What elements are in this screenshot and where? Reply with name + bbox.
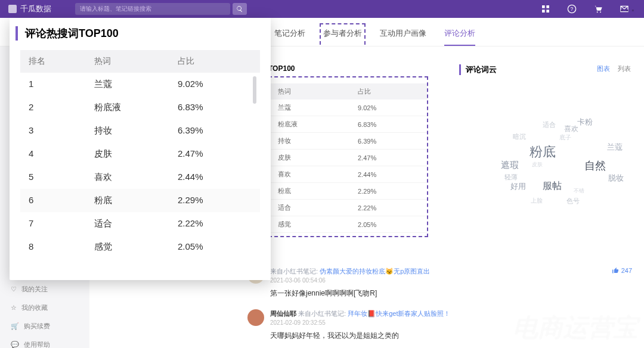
hotword-popup: 评论热搜词TOP100 排名 热词 占比 1兰蔻9.02% 2粉底液6.83% … [10,18,271,280]
wc-word: 适合 [543,120,556,129]
star-icon: ☆ [11,304,17,312]
th-pct: 占比 [178,56,252,67]
help-icon[interactable]: ? [566,4,577,14]
mini-th-word: 热词 [270,83,349,100]
table-row: 5喜欢2.44% [20,166,260,189]
topbar-actions: ? [540,4,630,14]
svg-point-6 [597,11,598,13]
sidebar-item-fav[interactable]: ☆我的收藏 [0,299,83,317]
comment-meta: 来自小红书笔记: 伪素颜大爱的持妆粉底😼无p原图直出 [270,267,430,276]
search-icon [236,5,243,13]
table-row: 粉底2.29% [270,183,427,200]
table-row: 喜欢2.44% [270,166,427,183]
hotword-table: 排名 热词 占比 1兰蔻9.02% 2粉底液6.83% 3持妆6.39% 4皮肤… [20,50,260,259]
wc-word: 上脸 [531,197,543,205]
scrollbar[interactable] [253,76,256,104]
cart-icon: 🛒 [11,322,19,330]
search-placeholder: 请输入标题、笔记链接搜索 [80,5,151,13]
cart-icon[interactable] [593,4,603,14]
note-link[interactable]: 拜年妆📕快来get新春家人贴脸照！ [348,310,450,317]
comment-meta: 周仙仙耶 来自小红书笔记: 拜年妆📕快来get新春家人贴脸照！ [270,309,450,318]
mini-hotword-table: 热词占比 兰蔻9.02% 粉底液6.83% 持妆6.39% 皮肤2.47% 喜欢… [268,76,428,237]
wc-word: 粉底 [530,143,556,161]
svg-rect-3 [546,10,549,13]
thumb-icon [612,267,619,274]
wordcloud-canvas: 粉底 自然 遮瑕 兰蔻 服帖 好用 脱妆 轻薄 喜欢 适合 卡粉 暗沉 底子 色… [501,106,638,207]
table-row: 适合2.22% [270,200,427,216]
sidebar-item-follow[interactable]: ♡我的关注 [0,280,83,299]
wc-word: 脱妆 [608,173,624,184]
brand-icon [8,5,17,13]
table-row: 6粉底2.29% [20,189,260,212]
mini-table-title: TOP100 [268,64,295,73]
brand-logo[interactable]: 千瓜数据 [8,4,51,14]
tab-user-portrait[interactable]: 互动用户画像 [380,28,426,46]
svg-rect-2 [542,10,545,13]
svg-text:?: ? [571,6,574,12]
table-row: 兰蔻9.02% [270,100,427,116]
wc-word: 自然 [584,159,606,173]
wc-word: 兰蔻 [607,142,623,153]
wordcloud-title: 评论词云 [459,64,497,75]
avatar[interactable] [247,309,264,326]
th-word: 热词 [94,56,178,67]
table-row: 7适合2.22% [20,212,260,235]
table-row: 持妆6.39% [270,133,427,150]
wc-word: 皮肤 [532,161,543,169]
wordcloud-toggle: 图表 列表 [591,64,631,73]
tab-participant-analysis[interactable]: 参与者分析 [323,28,362,46]
comment-item: 来自小红书笔记: 伪素颜大爱的持妆粉底😼无p原图直出 2021-03-06 00… [247,267,632,299]
wc-word: 卡粉 [577,117,593,128]
wc-word: 色号 [566,197,580,206]
toggle-chart[interactable]: 图表 [597,65,610,72]
like-count[interactable]: 247 [612,267,632,274]
sidebar-item-help[interactable]: 💬使用帮助 [0,335,83,348]
chat-icon: 💬 [11,341,19,348]
wc-word: 轻薄 [504,173,518,182]
wc-word: 服帖 [543,180,562,192]
comment-list: 来自小红书笔记: 伪素颜大爱的持妆粉底😼无p原图直出 2021-03-06 00… [247,267,632,348]
commenter-name[interactable]: 周仙仙耶 [270,310,296,317]
table-row: 3持妆6.39% [20,119,260,142]
wc-word: 好用 [510,181,526,192]
wc-word: 喜欢 [564,124,578,134]
table-row: 1兰蔻9.02% [20,73,260,96]
search-button[interactable] [233,3,247,15]
table-row: 皮肤2.47% [270,150,427,166]
mini-th-pct: 占比 [349,83,427,100]
wc-word: 暗沉 [513,132,526,141]
svg-rect-0 [542,5,545,8]
overflow-icon[interactable]: ⋯ [619,0,636,20]
table-row: 感觉2.05% [270,216,427,233]
topbar: 千瓜数据 请输入标题、笔记链接搜索 ? ⋯ [0,0,644,18]
sidebar-item-buy[interactable]: 🛒购买续费 [0,317,83,335]
table-row: 粉底液6.83% [270,116,427,133]
comment-text: 第一张好像jennie啊啊啊啊[飞吻R] [270,288,430,299]
comment-date: 2021-02-09 20:32:55 [270,319,450,326]
brand-text: 千瓜数据 [20,4,51,14]
apps-icon[interactable] [540,4,551,14]
search-input[interactable]: 请输入标题、笔记链接搜索 [75,3,230,15]
tab-comment-analysis[interactable]: 评论分析 [444,28,475,46]
tab-note-analysis[interactable]: 笔记分析 [274,28,305,46]
svg-rect-1 [546,5,549,8]
table-row: 8感觉2.05% [20,235,260,259]
heart-icon: ♡ [11,285,17,293]
svg-point-7 [600,11,601,13]
wc-word: 底子 [559,133,571,142]
wc-word: 遮瑕 [501,160,519,171]
toggle-list[interactable]: 列表 [618,65,631,72]
comment-date: 2021-03-06 00:54:06 [270,277,430,284]
sidebar: ♡我的关注 ☆我的收藏 🛒购买续费 💬使用帮助 [0,280,83,348]
note-link[interactable]: 伪素颜大爱的持妆粉底😼无p原图直出 [320,268,430,275]
wc-word: 不错 [574,187,584,195]
comment-item: 周仙仙耶 来自小红书笔记: 拜年妆📕快来get新春家人贴脸照！ 2021-02-… [247,309,632,341]
comment-text: 天哪妈妈好年轻，我还以为是姐姐之类的 [270,331,450,341]
table-row: 2粉底液6.83% [20,96,260,119]
popup-title: 评论热搜词TOP100 [16,26,271,41]
th-rank: 排名 [29,56,94,67]
table-row: 4皮肤2.47% [20,142,260,166]
